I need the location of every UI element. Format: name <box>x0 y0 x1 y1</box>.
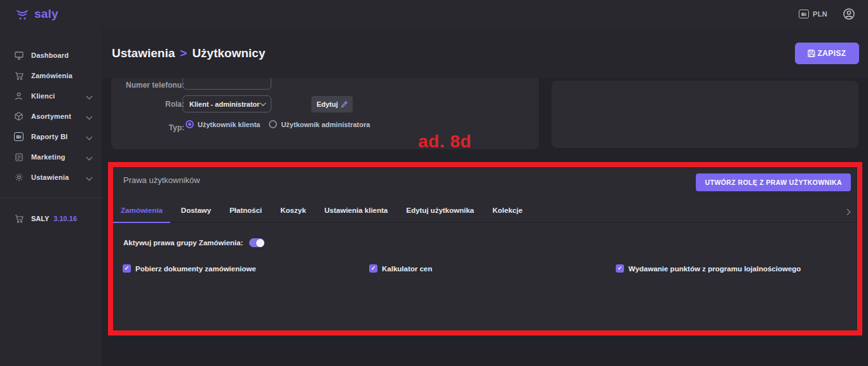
checkbox-checked-icon <box>369 264 377 273</box>
pencil-icon <box>341 100 348 109</box>
edit-button-label: Edytuj <box>316 100 338 108</box>
chevron-down-icon <box>86 133 93 140</box>
permission-label: Wydawanie punktów z programu lojalnościo… <box>628 265 801 273</box>
sidebar-item-label: Klienci <box>31 92 55 100</box>
tab-kolekcje[interactable]: Kolekcje <box>492 196 522 222</box>
version-app-name: SALY <box>31 215 49 222</box>
role-select[interactable]: Klient - administrator <box>182 95 271 112</box>
user-form-panel: Numer telefonu: Rola: Klient - administr… <box>111 78 539 149</box>
tab-zamowienia[interactable]: Zamówienia <box>113 196 170 223</box>
currency-code: PLN <box>813 10 827 18</box>
permission-wydawanie-punktow[interactable]: Wydawanie punktów z programu lojalnościo… <box>616 264 801 273</box>
toggle-knob <box>256 239 264 247</box>
radio-uzytkownik-administratora[interactable]: Użytkownik administratora <box>269 120 370 128</box>
tab-dostawy[interactable]: Dostawy <box>181 196 211 222</box>
permission-pobierz-dokumenty[interactable]: Pobierz dokumenty zamówieniowe <box>123 264 256 273</box>
tabs-scroll-next[interactable] <box>845 205 850 217</box>
type-label: Typ: <box>111 123 184 132</box>
dashboard-icon <box>14 51 24 60</box>
permission-kalkulator-cen[interactable]: Kalkulator cen <box>369 264 432 273</box>
user-type-radio-group: Użytkownik klienta Użytkownik administra… <box>186 120 370 128</box>
sidebar-item-dashboard[interactable]: Dashboard <box>0 45 102 65</box>
sidebar: Dashboard Zamówienia Klienci <box>0 28 102 366</box>
sidebar-item-ustawienia[interactable]: Ustawienia <box>0 167 102 187</box>
tab-ustawienia-klienta[interactable]: Ustawienia klienta <box>325 196 388 222</box>
user-account-icon[interactable] <box>843 8 855 20</box>
chevron-down-icon <box>86 174 93 180</box>
sidebar-item-asortyment[interactable]: Asortyment <box>0 106 102 126</box>
version-number: 3.10.16 <box>53 215 77 222</box>
rights-panel-title: Prawa użytkowników <box>123 175 200 185</box>
tab-koszyk[interactable]: Koszyk <box>280 196 306 222</box>
role-label: Rola: <box>111 100 184 109</box>
content: Numer telefonu: Rola: Klient - administr… <box>102 78 868 366</box>
app-logo[interactable]: saly <box>15 7 58 21</box>
sidebar-item-marketing[interactable]: Marketing <box>0 147 102 167</box>
create-role-button[interactable]: UTWÓRZ ROLĘ Z PRAW UŻYTKOWNIKA <box>696 173 851 191</box>
phone-input[interactable] <box>182 78 271 90</box>
cart-icon <box>14 72 24 80</box>
logo-text: saly <box>34 7 58 21</box>
save-icon <box>808 50 815 57</box>
tab-platnosci[interactable]: Płatności <box>229 196 262 222</box>
annotation-text: ad. 8d <box>418 132 471 152</box>
sidebar-item-label: Zamówienia <box>31 72 72 79</box>
permission-label: Pobierz dokumenty zamówieniowe <box>135 265 256 273</box>
box-icon <box>14 112 24 121</box>
chevron-down-icon <box>260 100 266 106</box>
sidebar-item-klienci[interactable]: Klienci <box>0 86 102 106</box>
user-rights-panel: Prawa użytkowników UTWÓRZ ROLĘ Z PRAW UŻ… <box>113 167 857 330</box>
group-rights-toggle[interactable] <box>249 238 264 247</box>
sidebar-item-label: Raporty BI <box>31 133 68 140</box>
radio-uzytkownik-klienta[interactable]: Użytkownik klienta <box>186 120 260 128</box>
sidebar-divider <box>0 198 102 198</box>
page-header: Ustawienia>Użytkownicy ZAPISZ <box>102 28 868 78</box>
saly-logo-icon <box>15 8 32 20</box>
save-button-label: ZAPISZ <box>817 49 846 58</box>
currency-selector[interactable]: Bi PLN <box>799 10 827 18</box>
sidebar-item-label: Dashboard <box>31 51 69 59</box>
checkbox-checked-icon <box>123 264 131 273</box>
app-version[interactable]: SALY 3.10.16 <box>0 208 102 229</box>
role-select-value: Klient - administrator <box>189 100 260 108</box>
bi-icon: Bi <box>14 132 24 141</box>
chevron-right-icon <box>844 209 851 215</box>
sidebar-item-zamowienia[interactable]: Zamówienia <box>0 65 102 86</box>
breadcrumb-parent[interactable]: Ustawienia <box>112 46 175 60</box>
breadcrumb-separator: > <box>180 46 187 60</box>
toggle-label: Aktywuj prawa grupy Zamówienia: <box>123 239 243 247</box>
permission-label: Kalkulator cen <box>382 265 432 273</box>
sidebar-item-raporty-bi[interactable]: Bi Raporty BI <box>0 126 102 147</box>
annotation-rectangle: Prawa użytkowników UTWÓRZ ROLĘ Z PRAW UŻ… <box>108 162 862 336</box>
gear-icon <box>14 173 24 182</box>
group-rights-toggle-row: Aktywuj prawa grupy Zamówienia: <box>123 238 264 247</box>
sidebar-item-label: Marketing <box>31 153 65 161</box>
breadcrumb: Ustawienia>Użytkownicy <box>112 46 265 60</box>
edit-role-button[interactable]: Edytuj <box>311 96 353 112</box>
topbar: saly Bi PLN <box>0 0 868 28</box>
chevron-down-icon <box>86 154 93 160</box>
tab-edytuj-uzytkownika[interactable]: Edytuj użytkownika <box>406 196 474 222</box>
sidebar-item-label: Ustawienia <box>31 173 69 181</box>
rights-tabs: Zamówienia Dostawy Płatności Koszyk Usta… <box>113 196 857 223</box>
topbar-right: Bi PLN <box>799 8 855 20</box>
cart-icon <box>14 215 24 223</box>
screen: saly Bi PLN <box>0 0 868 366</box>
radio-label: Użytkownik klienta <box>198 121 260 128</box>
document-icon <box>14 153 24 161</box>
secondary-panel <box>552 81 858 148</box>
person-icon <box>14 92 24 100</box>
checkbox-checked-icon <box>616 264 624 273</box>
chevron-down-icon <box>86 113 93 119</box>
radio-label: Użytkownik administratora <box>281 121 370 128</box>
radio-icon <box>186 120 194 128</box>
currency-flag-icon: Bi <box>799 10 809 18</box>
phone-label: Numer telefonu: <box>111 81 184 90</box>
chevron-down-icon <box>86 93 93 99</box>
radio-icon <box>269 120 277 128</box>
save-button[interactable]: ZAPISZ <box>795 43 859 64</box>
sidebar-item-label: Asortyment <box>31 112 71 120</box>
permissions-row: Pobierz dokumenty zamówieniowe Kalkulato… <box>113 264 857 277</box>
breadcrumb-current: Użytkownicy <box>192 46 265 60</box>
